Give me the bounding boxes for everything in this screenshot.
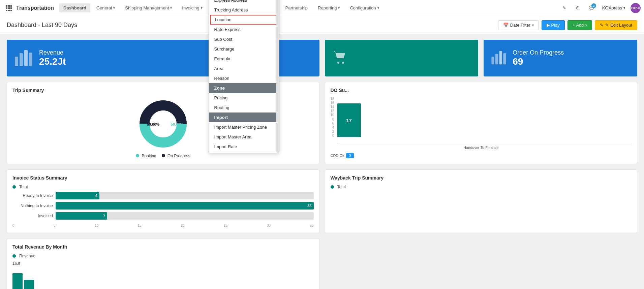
- invoice-bar-ready-fill: 6: [56, 192, 99, 199]
- dropdown-trucking-address[interactable]: Trucking Address: [209, 5, 279, 15]
- y-axis-labels: 18161412 1086420: [331, 97, 334, 144]
- nav-configuration[interactable]: Configuration ▾: [346, 3, 383, 12]
- revenue-value-label: 16Jt: [12, 261, 314, 266]
- play-button[interactable]: ▶ Play: [542, 20, 565, 30]
- user-chevron-icon: ▾: [623, 6, 625, 10]
- dropdown-pricing[interactable]: Pricing: [209, 93, 279, 103]
- revenue-legend: Revenue: [12, 254, 314, 258]
- dropdown-location[interactable]: Location: [210, 15, 278, 25]
- app-title: Transportation: [16, 5, 54, 11]
- dropdown-rate-express[interactable]: Rate Express: [209, 25, 279, 34]
- nav-general[interactable]: General ▾: [92, 3, 119, 12]
- date-filter-chevron-icon: ▾: [532, 23, 534, 27]
- page-title: Dashboard - Last 90 Days: [7, 22, 77, 29]
- chat-icon-wrapper[interactable]: 💬 2: [586, 3, 597, 13]
- invoice-row-nothing: Nothing to Invoice 35: [12, 202, 314, 210]
- grid-icon[interactable]: [3, 3, 14, 13]
- clock-icon[interactable]: ⏱: [573, 3, 583, 13]
- booking-dot: [136, 154, 139, 157]
- svg-rect-6: [6, 10, 7, 11]
- cart-kpi-card: [325, 40, 479, 76]
- pencil-icon: ✎: [600, 23, 604, 28]
- wayback-legend-dot: [331, 185, 334, 189]
- dropdown-reason[interactable]: Reason: [209, 73, 279, 83]
- cdd-ok-container: CDD Ok 3: [331, 153, 354, 158]
- svg-point-14: [342, 62, 344, 64]
- legend-booking: Booking: [136, 154, 156, 158]
- cart-icon: [332, 49, 348, 67]
- svg-rect-2: [10, 5, 12, 7]
- invoice-row-invoiced: Invoiced 7: [12, 212, 314, 220]
- dropdown-sub-cost[interactable]: Sub Cost: [209, 34, 279, 44]
- edit-icon[interactable]: ✎: [559, 3, 570, 13]
- donut-legend: Booking On Progress: [136, 154, 190, 158]
- edit-layout-button[interactable]: ✎ ✎ Edit Layout: [595, 20, 637, 30]
- dropdown-import-master-area[interactable]: Import Master Area: [209, 132, 279, 142]
- chevron-down-icon: ▾: [201, 6, 203, 10]
- add-button[interactable]: + Add ▾: [568, 20, 592, 30]
- svg-rect-12: [29, 53, 32, 66]
- invoice-legend: Total: [12, 185, 314, 189]
- invoice-bar-invoiced-fill: 7: [56, 212, 107, 220]
- order-on-progress-kpi-card: Order On Progress 69: [484, 40, 637, 76]
- do-summary-title: DO Su...: [331, 88, 632, 93]
- invoice-legend-dot: [12, 185, 16, 189]
- dropdown-surcharge[interactable]: Surcharge: [209, 44, 279, 54]
- nav-master-data-wrapper: Master Data ▾ Commodity Special Handling…: [209, 0, 279, 137]
- total-revenue-widget: Total Revenue By Month Revenue 16Jt: [7, 238, 319, 289]
- invoice-bar-nothing: 35: [56, 202, 314, 210]
- wayback-legend: Total: [331, 185, 632, 189]
- order-label: Order On Progress: [513, 49, 564, 56]
- page-actions: 📅 Date Filter ▾ ▶ Play + Add ▾ ✎ ✎ Edit …: [498, 20, 637, 30]
- nav-dashboard[interactable]: Dashboard: [59, 3, 90, 12]
- revenue-legend-dot: [12, 254, 16, 258]
- svg-rect-0: [6, 5, 7, 7]
- user-avatar[interactable]: Paschal...: [631, 3, 641, 13]
- chevron-down-icon: ▾: [170, 6, 172, 10]
- dropdown-import-header: Import: [209, 113, 279, 122]
- svg-rect-5: [10, 7, 12, 9]
- svg-rect-7: [8, 10, 10, 11]
- monthly-chart: [12, 270, 314, 289]
- dropdown-scrollbar[interactable]: [276, 0, 279, 153]
- user-menu[interactable]: KGXpress ▾: [600, 4, 628, 12]
- invoice-label-invoiced: Invoiced: [12, 214, 53, 218]
- notification-badge: 2: [591, 3, 596, 8]
- date-filter-button[interactable]: 📅 Date Filter ▾: [498, 20, 539, 30]
- total-revenue-title: Total Revenue By Month: [12, 244, 314, 250]
- dropdown-import-rate[interactable]: Import Rate: [209, 142, 279, 152]
- order-chart-icon: [490, 48, 507, 68]
- nav-invoicing[interactable]: Invoicing ▾: [178, 3, 206, 12]
- calendar-icon: 📅: [503, 23, 509, 28]
- svg-text:50.00%: 50.00%: [147, 122, 160, 126]
- dropdown-routing[interactable]: Routing: [209, 103, 279, 113]
- add-chevron-icon: ▾: [585, 23, 587, 27]
- svg-rect-10: [20, 53, 23, 66]
- do-vertical-bars: 17: [337, 97, 632, 144]
- dropdown-formula[interactable]: Formula: [209, 54, 279, 64]
- do-bar: 17: [337, 103, 361, 137]
- cdd-ok-badge: 3: [346, 153, 354, 158]
- chevron-down-icon: ▾: [113, 6, 115, 10]
- monthly-bar-2: [24, 280, 34, 289]
- cdd-ok-label: CDD Ok: [331, 154, 344, 158]
- dropdown-import-master-pricing-zone[interactable]: Import Master Pricing Zone: [209, 122, 279, 132]
- svg-rect-17: [499, 51, 502, 64]
- nav-shipping-management[interactable]: Shipping Management ▾: [121, 3, 176, 12]
- chevron-down-icon: ▾: [377, 6, 379, 10]
- dropdown-express-address[interactable]: Express Address: [209, 0, 279, 5]
- revenue-kpi-text: Revenue 25.2Jt: [39, 49, 66, 67]
- nav-partnership[interactable]: Partnership: [281, 3, 312, 12]
- invoice-bar-invoiced: 7: [56, 212, 314, 220]
- invoice-row-ready: Ready to Invoice 6: [12, 192, 314, 199]
- invoice-bar-ready: 6: [56, 192, 314, 199]
- nav-reporting[interactable]: Reporting ▾: [314, 3, 344, 12]
- nav-right-actions: ✎ ⏱ 💬 2 KGXpress ▾ Paschal...: [559, 3, 641, 13]
- svg-rect-1: [8, 5, 10, 7]
- dropdown-area[interactable]: Area: [209, 64, 279, 73]
- svg-rect-8: [10, 10, 12, 11]
- order-value: 69: [513, 56, 564, 67]
- revenue-value: 25.2Jt: [39, 56, 66, 67]
- monthly-bar-1: [12, 273, 23, 289]
- svg-rect-16: [495, 54, 498, 65]
